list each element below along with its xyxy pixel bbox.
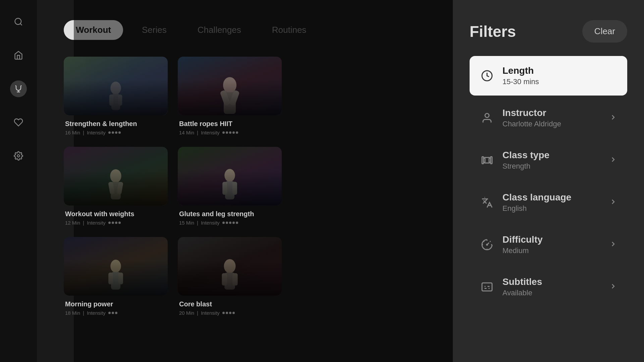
- svg-rect-34: [489, 158, 491, 162]
- filter-class-language-label: Class language: [502, 192, 601, 203]
- card-4-meta: 15 Min | Intensity: [179, 220, 280, 226]
- tab-bar: Workout Series Challenges Routines: [64, 20, 433, 40]
- filter-length-text: Length 15-30 mins: [502, 65, 617, 86]
- home-icon[interactable]: [10, 47, 27, 64]
- card-5[interactable]: Morning power 18 Min | Intensity: [64, 237, 168, 317]
- filter-difficulty-value: Medium: [502, 246, 601, 255]
- card-2-title: Battle ropes HIIT: [179, 120, 280, 128]
- card-6-intensity-label: Intensity: [201, 310, 220, 316]
- filter-item-length[interactable]: Length 15-30 mins: [470, 56, 627, 96]
- filter-item-class-language[interactable]: Class language English: [470, 183, 627, 222]
- filter-item-instructor[interactable]: Instructor Charlotte Aldridge: [470, 98, 627, 138]
- card-6-image: [178, 237, 282, 296]
- class-type-chevron-icon: [609, 156, 617, 165]
- filter-instructor-value: Charlotte Aldridge: [502, 120, 601, 128]
- heart-icon[interactable]: [10, 114, 27, 131]
- card-1-dots: [108, 131, 121, 134]
- workout-icon[interactable]: [10, 80, 27, 97]
- card-5-dots: [108, 312, 117, 314]
- card-6-duration: 20 Min: [179, 310, 194, 316]
- svg-rect-36: [482, 283, 492, 291]
- svg-rect-33: [484, 158, 485, 162]
- card-2-meta: 14 Min | Intensity: [179, 130, 280, 135]
- card-4-duration: 15 Min: [179, 220, 194, 226]
- svg-line-1: [20, 23, 22, 25]
- filter-header: Filters Clear: [470, 20, 627, 43]
- card-5-intensity-label: Intensity: [87, 310, 106, 316]
- clock-icon: [480, 68, 494, 83]
- card-5-info: Morning power 18 Min | Intensity: [64, 296, 168, 317]
- card-6-dots: [222, 312, 235, 314]
- cards-grid: Strengthen & lengthen 16 Min | Intensity: [64, 57, 433, 317]
- filter-class-type-value: Strength: [502, 162, 601, 171]
- card-3-duration: 12 Min: [65, 220, 80, 226]
- filter-difficulty-label: Difficulty: [502, 234, 601, 245]
- card-5-image: [64, 237, 168, 296]
- class-language-chevron-icon: [609, 198, 617, 207]
- card-2-dots: [222, 131, 238, 134]
- card-3-image: [64, 147, 168, 205]
- card-3-dots: [108, 222, 121, 224]
- filter-length-label: Length: [502, 65, 617, 76]
- filter-length-value: 15-30 mins: [502, 77, 617, 86]
- card-3-intensity-label: Intensity: [87, 220, 106, 226]
- card-2-info: Battle ropes HIIT 14 Min | Intensity: [178, 115, 282, 137]
- dumbbell-icon: [480, 153, 494, 168]
- subtitles-icon: [480, 280, 494, 294]
- card-4[interactable]: Glutes and leg strength 15 Min | Intensi…: [178, 147, 282, 227]
- card-1-meta: 16 Min | Intensity: [65, 130, 166, 135]
- card-1-duration: 16 Min: [65, 130, 80, 135]
- tab-workout[interactable]: Workout: [64, 20, 123, 40]
- settings-icon[interactable]: [10, 147, 27, 164]
- filter-item-difficulty[interactable]: Difficulty Medium: [470, 225, 627, 264]
- filter-subtitles-label: Subtitles: [502, 277, 601, 287]
- card-6-meta: 20 Min | Intensity: [179, 310, 280, 316]
- card-2[interactable]: Battle ropes HIIT 14 Min | Intensity: [178, 57, 282, 137]
- card-3-title: Workout with weights: [65, 210, 166, 218]
- subtitles-chevron-icon: [609, 282, 617, 292]
- card-4-dots: [222, 222, 238, 224]
- filter-class-type-text: Class type Strength: [502, 150, 601, 171]
- filter-title: Filters: [470, 22, 516, 41]
- card-3-meta: 12 Min | Intensity: [65, 220, 166, 226]
- tab-challenges[interactable]: Challenges: [185, 20, 253, 40]
- person-icon: [480, 111, 494, 125]
- filter-instructor-text: Instructor Charlotte Aldridge: [502, 108, 601, 128]
- card-6-info: Core blast 20 Min | Intensity: [178, 296, 282, 317]
- card-1[interactable]: Strengthen & lengthen 16 Min | Intensity: [64, 57, 168, 137]
- card-2-duration: 14 Min: [179, 130, 194, 135]
- filter-item-subtitles[interactable]: Subtitles Available: [470, 267, 627, 307]
- card-3[interactable]: Workout with weights 12 Min | Intensity: [64, 147, 168, 227]
- card-2-image: [178, 57, 282, 115]
- svg-point-4: [17, 155, 20, 157]
- filter-subtitles-text: Subtitles Available: [502, 277, 601, 297]
- card-1-intensity-label: Intensity: [87, 130, 106, 135]
- filter-class-type-label: Class type: [502, 150, 601, 161]
- card-6[interactable]: Core blast 20 Min | Intensity: [178, 237, 282, 317]
- card-4-info: Glutes and leg strength 15 Min | Intensi…: [178, 205, 282, 227]
- card-1-title: Strengthen & lengthen: [65, 120, 166, 128]
- card-5-duration: 18 Min: [65, 310, 80, 316]
- filter-subtitles-value: Available: [502, 289, 601, 297]
- sidebar: [0, 0, 37, 362]
- card-4-intensity-label: Intensity: [201, 220, 220, 226]
- card-1-info: Strengthen & lengthen 16 Min | Intensity: [64, 115, 168, 137]
- card-5-meta: 18 Min | Intensity: [65, 310, 166, 316]
- filter-item-class-type[interactable]: Class type Strength: [470, 140, 627, 180]
- tab-routines[interactable]: Routines: [260, 20, 319, 40]
- card-2-intensity-label: Intensity: [201, 130, 220, 135]
- card-3-info: Workout with weights 12 Min | Intensity: [64, 205, 168, 227]
- filter-panel: Filters Clear Length 15-30 mins Instruct…: [453, 0, 644, 362]
- svg-point-35: [487, 244, 488, 245]
- tab-series[interactable]: Series: [130, 20, 179, 40]
- difficulty-chevron-icon: [609, 240, 617, 249]
- filter-class-language-value: English: [502, 204, 601, 213]
- search-icon[interactable]: [10, 13, 27, 30]
- card-4-image: [178, 147, 282, 205]
- filter-instructor-label: Instructor: [502, 108, 601, 118]
- filter-difficulty-text: Difficulty Medium: [502, 234, 601, 255]
- card-1-image: [64, 57, 168, 115]
- instructor-chevron-icon: [609, 113, 617, 123]
- svg-point-0: [15, 18, 21, 25]
- clear-button[interactable]: Clear: [582, 20, 627, 43]
